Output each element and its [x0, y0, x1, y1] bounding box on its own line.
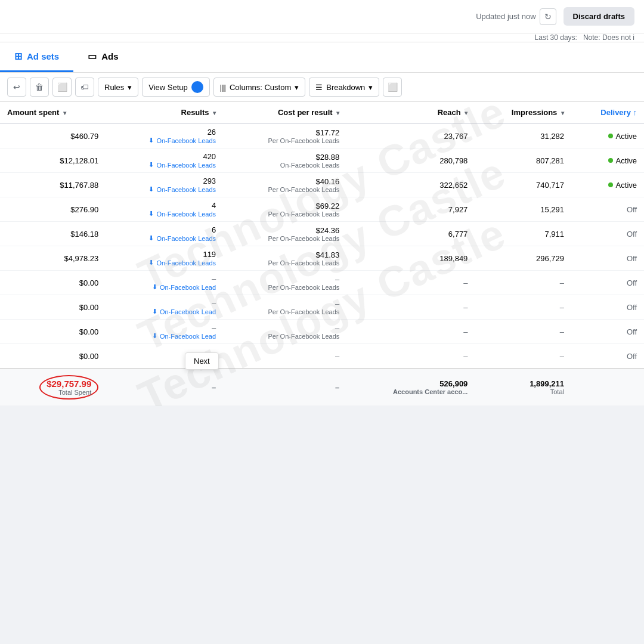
duplicate-button[interactable]: ⬜ [52, 78, 72, 97]
cell-delivery-0: Active [571, 123, 644, 148]
table-row: $4,978.23119 ⬇ On-Facebook Leads$41.83Pe… [0, 246, 644, 271]
sort-arrow-reach: ▾ [465, 110, 467, 116]
breakdown-icon: ☰ [315, 83, 323, 92]
cell-cost-0: $17.72Per On-Facebook Leads [223, 123, 346, 148]
toolbar: ↩ 🗑 ⬜ 🏷 Rules ▾ View Setup ||| Columns: … [0, 73, 644, 102]
cell-reach-0: 23,767 [346, 123, 475, 148]
delete-button[interactable]: 🗑 [30, 78, 49, 97]
cell-cost-1: $28.88On-Facebook Leads [223, 148, 346, 173]
columns-chevron-icon: ▾ [295, 83, 299, 92]
table-row: $12,128.01420 ⬇ On-Facebook Leads$28.88O… [0, 148, 644, 173]
col-delivery[interactable]: Delivery ↑ [571, 102, 644, 123]
cell-amount-3: $276.90 [0, 197, 106, 222]
undo-button[interactable]: ↩ [7, 78, 26, 97]
tab-adsets[interactable]: ⊞ Ad sets [0, 42, 73, 72]
sort-arrow-results: ▾ [213, 110, 216, 116]
refresh-button[interactable]: ↻ [540, 8, 556, 25]
tab-ads[interactable]: ▭ Ads [73, 42, 132, 72]
cell-impressions-6: – [475, 271, 571, 295]
col-amount-spent[interactable]: Amount spent ▾ [0, 102, 106, 123]
table-row: $11,767.88293 ⬇ On-Facebook Leads$40.16P… [0, 173, 644, 197]
tag-button[interactable]: 🏷 [75, 78, 94, 97]
cell-results-6: –⬇ On-Facebook Lead [106, 271, 223, 295]
cell-reach-2: 322,652 [346, 173, 475, 197]
discard-drafts-button[interactable]: Discard drafts [564, 7, 634, 26]
cell-cost-6: –Per On-Facebook Leads [223, 271, 346, 295]
cell-delivery-2: Active [571, 173, 644, 197]
cell-results-4: 6 ⬇ On-Facebook Leads [106, 222, 223, 246]
col-results[interactable]: Results ▾ [106, 102, 223, 123]
total-delivery-cell [571, 369, 644, 406]
cell-results-8: –⬇ On-Facebook Lead [106, 320, 223, 344]
table-row: $460.7926 ⬇ On-Facebook Leads$17.72Per O… [0, 123, 644, 148]
cell-amount-7: $0.00 [0, 295, 106, 320]
cell-impressions-5: 296,729 [475, 246, 571, 271]
date-range-info: Last 30 days: Note: Does not i [535, 33, 634, 42]
cell-cost-2: $40.16Per On-Facebook Leads [223, 173, 346, 197]
table-row: $0.00–⬇ On-Facebook Lead–Per On-Facebook… [0, 295, 644, 320]
cell-amount-0: $460.79 [0, 123, 106, 148]
total-reach-cell: 526,909 Accounts Center acco... [346, 369, 475, 406]
rules-button[interactable]: Rules ▾ [98, 78, 138, 97]
cell-results-7: –⬇ On-Facebook Lead [106, 295, 223, 320]
total-results-cell: – [106, 369, 223, 406]
ads-icon: ▭ [88, 51, 97, 62]
col-impressions[interactable]: Impressions ▾ [475, 102, 571, 123]
table-row: $0.00–⬇ On-Facebook Lead–Per On-Facebook… [0, 271, 644, 295]
columns-button[interactable]: ||| Columns: Custom ▾ [213, 78, 305, 97]
total-reach-sublabel: Accounts Center acco... [354, 388, 467, 395]
export-button[interactable]: ⬜ [383, 78, 402, 97]
col-cost[interactable]: Cost per result ▾ [223, 102, 346, 123]
total-row: $29,757.99 Total Spent – – 526,909 Accou… [0, 369, 644, 406]
rules-chevron-icon: ▾ [128, 83, 132, 92]
cell-results-0: 26 ⬇ On-Facebook Leads [106, 123, 223, 148]
cell-cost-8: –Per On-Facebook Leads [223, 320, 346, 344]
cell-cost-5: $41.83Per On-Facebook Leads [223, 246, 346, 271]
data-table: Amount spent ▾ Results ▾ Cost per result… [0, 102, 644, 406]
col-reach[interactable]: Reach ▾ [346, 102, 475, 123]
rules-label: Rules [104, 83, 124, 92]
table-row: $276.904 ⬇ On-Facebook Leads$69.22Per On… [0, 197, 644, 222]
cell-results-3: 4 ⬇ On-Facebook Leads [106, 197, 223, 222]
table-row: $146.186 ⬇ On-Facebook Leads$24.36Per On… [0, 222, 644, 246]
cell-reach-7: – [346, 295, 475, 320]
cell-reach-1: 280,798 [346, 148, 475, 173]
info-bar: Last 30 days: Note: Does not i [0, 33, 644, 42]
cell-reach-9: – [346, 344, 475, 369]
columns-label: Columns: Custom [230, 83, 291, 92]
updated-text: Updated just now [476, 12, 535, 21]
view-setup-label: View Setup [148, 83, 188, 92]
cell-delivery-6: Off [571, 271, 644, 295]
col-reach-label: Reach [438, 108, 461, 117]
cell-delivery-5: Off [571, 246, 644, 271]
breakdown-button[interactable]: ☰ Breakdown ▾ [309, 78, 379, 97]
toggle-icon [191, 81, 203, 93]
cell-impressions-9: – [475, 344, 571, 369]
cell-impressions-1: 807,281 [475, 148, 571, 173]
cell-reach-6: – [346, 271, 475, 295]
tabs-row: ⊞ Ad sets ▭ Ads [0, 42, 644, 73]
cell-reach-3: 7,927 [346, 197, 475, 222]
cell-delivery-9: Off [571, 344, 644, 369]
cell-results-1: 420 ⬇ On-Facebook Leads [106, 148, 223, 173]
total-spent-label: Total Spent [47, 389, 91, 396]
view-setup-button[interactable]: View Setup [142, 78, 210, 97]
total-cost-value: – [335, 383, 339, 392]
cell-amount-9: $0.00 [0, 344, 106, 369]
total-reach-value: 526,909 [439, 379, 467, 388]
total-amount-value: $29,757.99 [47, 379, 91, 389]
col-amount-label: Amount spent [7, 108, 59, 117]
cell-results-2: 293 ⬇ On-Facebook Leads [106, 173, 223, 197]
cell-delivery-7: Off [571, 295, 644, 320]
total-amount-cell: $29,757.99 Total Spent [0, 369, 106, 406]
table-container: Technology Castle Technology Castle Tech… [0, 102, 644, 406]
col-cost-label: Cost per result [278, 108, 333, 117]
total-impressions-value: 1,899,211 [530, 379, 564, 388]
total-impressions-cell: 1,899,211 Total [475, 369, 571, 406]
sort-arrow-impressions: ▾ [561, 110, 564, 116]
total-cost-cell: – [223, 369, 346, 406]
cell-delivery-3: Off [571, 197, 644, 222]
cell-cost-3: $69.22Per On-Facebook Leads [223, 197, 346, 222]
sort-arrow-amount: ▾ [63, 110, 66, 116]
cell-impressions-7: – [475, 295, 571, 320]
